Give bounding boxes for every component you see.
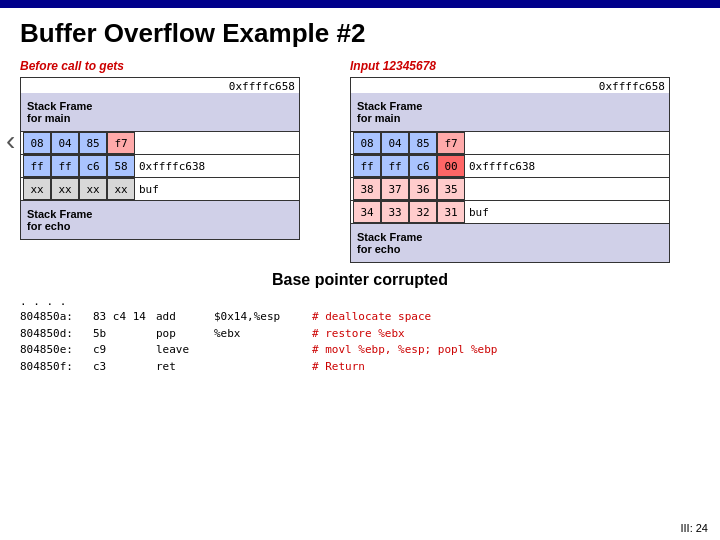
- right-stack-container: 0xffffc658 Stack Framefor main 08 04 85: [350, 77, 670, 263]
- right-row-3-cells: 38 37 36 35: [351, 178, 669, 200]
- left-top-addr: 0xffffc658: [21, 78, 299, 93]
- left-stack-outer: 0xffffc658 Stack Framefor main 08 04 85: [20, 77, 300, 240]
- right-row-1: 08 04 85 f7: [351, 132, 669, 155]
- left-cell-1-4: f7: [107, 132, 135, 154]
- right-frame-main: Stack Framefor main: [351, 93, 669, 132]
- right-cell-4-2: 33: [381, 201, 409, 223]
- left-row-2-addr: 0xffffc638: [139, 160, 205, 173]
- code-instr-1: add: [156, 309, 206, 326]
- left-row-2: ff ff c6 58 0xffffc638: [21, 155, 299, 178]
- right-row-2-addr: 0xffffc638: [469, 160, 535, 173]
- code-line-1: 804850a: 83 c4 14 add $0x14,%esp # deall…: [20, 309, 700, 326]
- right-cell-1-2: 04: [381, 132, 409, 154]
- code-operand-3: [214, 342, 304, 359]
- code-comment-2: # restore %ebx: [312, 326, 405, 343]
- left-cell-2-1: ff: [23, 155, 51, 177]
- code-comment-4: # Return: [312, 359, 365, 376]
- right-diagram-label: Input 12345678: [350, 59, 670, 73]
- right-cell-3-1: 38: [353, 178, 381, 200]
- left-diagram: Before call to gets 0xffffc658 Stack Fra…: [20, 59, 300, 263]
- right-cell-4-4: 31: [437, 201, 465, 223]
- right-row-4: 34 33 32 31 buf: [351, 201, 669, 224]
- right-frame-main-label: Stack Framefor main: [351, 93, 669, 131]
- left-row-1: 08 04 85 f7: [21, 132, 299, 155]
- base-pointer-label: Base pointer corrupted: [20, 271, 700, 289]
- left-cell-3-3: xx: [79, 178, 107, 200]
- left-row-1-cells: 08 04 85 f7: [21, 132, 299, 154]
- code-bytes-2: 5b: [93, 326, 148, 343]
- code-addr-3: 804850e:: [20, 342, 85, 359]
- right-cell-1-1: 08: [353, 132, 381, 154]
- code-operand-1: $0x14,%esp: [214, 309, 304, 326]
- main-content: Buffer Overflow Example #2 Before call t…: [0, 8, 720, 383]
- left-row-3-cells: xx xx xx xx buf: [21, 178, 299, 200]
- right-cell-2-3: c6: [409, 155, 437, 177]
- right-row-2-cells: ff ff c6 00 0xffffc638: [351, 155, 669, 177]
- code-addr-4: 804850f:: [20, 359, 85, 376]
- diagrams-row: Before call to gets 0xffffc658 Stack Fra…: [20, 59, 700, 263]
- left-row-3: xx xx xx xx buf: [21, 178, 299, 201]
- right-frame-echo-label: Stack Framefor echo: [351, 224, 669, 262]
- left-cell-1-2: 04: [51, 132, 79, 154]
- right-frame-echo: Stack Framefor echo: [351, 224, 669, 262]
- right-cell-2-2: ff: [381, 155, 409, 177]
- left-cell-1-3: 85: [79, 132, 107, 154]
- code-addr-2: 804850d:: [20, 326, 85, 343]
- code-line-2: 804850d: 5b pop %ebx # restore %ebx: [20, 326, 700, 343]
- left-cell-1-1: 08: [23, 132, 51, 154]
- left-diagram-label: Before call to gets: [20, 59, 300, 73]
- left-stack-container: 0xffffc658 Stack Framefor main 08 04 85: [20, 77, 300, 240]
- code-instr-3: leave: [156, 342, 206, 359]
- right-cell-1-4: f7: [437, 132, 465, 154]
- right-cell-4-3: 32: [409, 201, 437, 223]
- right-top-addr: 0xffffc658: [351, 78, 669, 93]
- code-comment-3: # movl %ebp, %esp; popl %ebp: [312, 342, 497, 359]
- left-cell-3-4: xx: [107, 178, 135, 200]
- left-buf-label: buf: [139, 183, 159, 196]
- left-row-2-cells: ff ff c6 58 0xffffc638: [21, 155, 299, 177]
- code-instr-2: pop: [156, 326, 206, 343]
- left-frame-echo-label: Stack Framefor echo: [21, 201, 299, 239]
- right-cell-3-3: 36: [409, 178, 437, 200]
- code-instr-4: ret: [156, 359, 206, 376]
- left-cell-3-1: xx: [23, 178, 51, 200]
- page-title: Buffer Overflow Example #2: [20, 18, 700, 49]
- code-operand-4: [214, 359, 304, 376]
- right-stack-outer: 0xffffc658 Stack Framefor main 08 04 85: [350, 77, 670, 263]
- code-operand-2: %ebx: [214, 326, 304, 343]
- left-frame-main: Stack Framefor main: [21, 93, 299, 132]
- right-diagram: Input 12345678 0xffffc658 Stack Framefor…: [350, 59, 670, 263]
- right-cell-2-1: ff: [353, 155, 381, 177]
- code-section: . . . . 804850a: 83 c4 14 add $0x14,%esp…: [20, 295, 700, 375]
- dots-line: . . . .: [20, 295, 700, 308]
- right-cell-1-3: 85: [409, 132, 437, 154]
- left-cell-2-2: ff: [51, 155, 79, 177]
- right-row-3: 38 37 36 35: [351, 178, 669, 201]
- right-cell-2-4: 00: [437, 155, 465, 177]
- left-cell-3-2: xx: [51, 178, 79, 200]
- top-bar: [0, 0, 720, 8]
- right-cell-3-2: 37: [381, 178, 409, 200]
- right-row-2: ff ff c6 00 0xffffc638: [351, 155, 669, 178]
- slide-number: III: 24: [680, 522, 708, 534]
- left-frame-echo: Stack Framefor echo: [21, 201, 299, 239]
- right-cell-3-4: 35: [437, 178, 465, 200]
- left-frame-main-label: Stack Framefor main: [21, 93, 299, 131]
- code-line-3: 804850e: c9 leave # movl %ebp, %esp; pop…: [20, 342, 700, 359]
- right-row-1-cells: 08 04 85 f7: [351, 132, 669, 154]
- left-cell-2-3: c6: [79, 155, 107, 177]
- left-cell-2-4: 58: [107, 155, 135, 177]
- left-arrow: ‹: [6, 127, 15, 155]
- right-cell-4-1: 34: [353, 201, 381, 223]
- code-bytes-3: c9: [93, 342, 148, 359]
- code-bytes-1: 83 c4 14: [93, 309, 148, 326]
- code-bytes-4: c3: [93, 359, 148, 376]
- right-row-4-cells: 34 33 32 31 buf: [351, 201, 669, 223]
- code-line-4: 804850f: c3 ret # Return: [20, 359, 700, 376]
- code-comment-1: # deallocate space: [312, 309, 431, 326]
- code-addr-1: 804850a:: [20, 309, 85, 326]
- right-buf-label: buf: [469, 206, 489, 219]
